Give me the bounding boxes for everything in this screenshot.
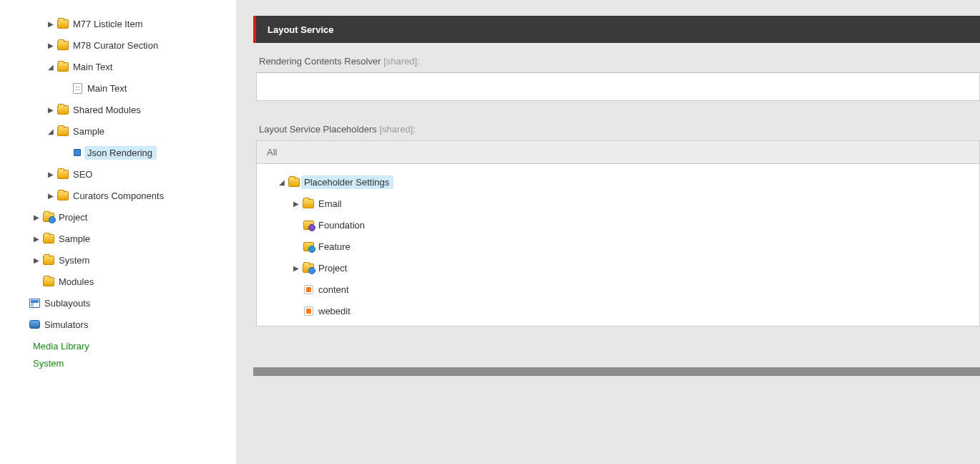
label-text: Rendering Contents Resolver bbox=[259, 56, 381, 67]
rendering-icon bbox=[70, 149, 84, 156]
tree-item-system2[interactable]: ▶ System bbox=[0, 357, 236, 372]
field-label: Layout Service Placeholders [shared]: bbox=[259, 124, 980, 135]
folder-icon bbox=[41, 256, 56, 265]
foundation-icon bbox=[301, 221, 315, 230]
ph-item-foundation[interactable]: ▶ Foundation bbox=[263, 214, 974, 236]
chevron-down-icon: ◢ bbox=[46, 127, 56, 135]
tree-label: Sample bbox=[70, 125, 109, 138]
project-folder-icon bbox=[41, 213, 56, 222]
folder-icon bbox=[56, 19, 70, 29]
tree-label: System bbox=[56, 253, 94, 267]
ph-item-feature[interactable]: ▶ Feature bbox=[263, 236, 974, 257]
placeholders-tree: ◢ Placeholder Settings ▶ Email ▶ Foundat… bbox=[256, 163, 980, 327]
folder-icon bbox=[56, 127, 70, 136]
folder-icon bbox=[287, 178, 301, 187]
ph-item-email[interactable]: ▶ Email bbox=[263, 193, 974, 214]
tree-label: Shared Modules bbox=[70, 103, 145, 117]
feature-icon bbox=[301, 242, 315, 251]
tree-label: Json Rendering bbox=[84, 146, 157, 160]
chevron-right-icon: ▶ bbox=[46, 20, 56, 28]
tree-item-m78[interactable]: ▶ M78 Curator Section bbox=[0, 34, 236, 56]
tree-item-simulators[interactable]: ▶ Simulators bbox=[0, 314, 236, 335]
tree-item-seo[interactable]: ▶ SEO bbox=[0, 163, 236, 185]
section-title: Layout Service bbox=[268, 24, 334, 35]
tree-item-system[interactable]: ▶ System bbox=[0, 249, 236, 271]
tree-label: Main Text bbox=[84, 82, 131, 95]
folder-icon bbox=[301, 199, 315, 208]
chevron-right-icon: ▶ bbox=[291, 200, 301, 208]
content-tree: ▶ M77 Listicle Item ▶ M78 Curator Sectio… bbox=[0, 0, 236, 464]
tree-item-curators[interactable]: ▶ Curators Components bbox=[0, 185, 236, 206]
chevron-right-icon: ▶ bbox=[31, 213, 41, 221]
ph-label: content bbox=[315, 283, 353, 296]
tree-item-sublayouts[interactable]: ▶ Sublayouts bbox=[0, 292, 236, 314]
tree-label: Curators Components bbox=[70, 189, 168, 203]
ph-item-project[interactable]: ▶ Project bbox=[263, 257, 974, 279]
ph-label: Feature bbox=[315, 240, 355, 253]
field-label: Rendering Contents Resolver [shared]: bbox=[259, 56, 980, 67]
tree-item-media-library[interactable]: ▶ Media Library bbox=[0, 335, 236, 357]
simulators-icon bbox=[27, 320, 41, 329]
tree-label: SEO bbox=[70, 168, 97, 181]
folder-icon bbox=[56, 41, 70, 50]
tree-label: Project bbox=[56, 211, 92, 224]
folder-icon bbox=[56, 62, 70, 72]
ph-item-content[interactable]: ▶ content bbox=[263, 279, 974, 300]
tree-item-modules[interactable]: ▶ Modules bbox=[0, 271, 236, 292]
chevron-down-icon: ◢ bbox=[277, 178, 287, 186]
tree-label: Media Library bbox=[30, 339, 94, 353]
chevron-right-icon: ▶ bbox=[46, 170, 56, 178]
shared-indicator: [shared]: bbox=[379, 124, 416, 135]
resolver-field: Rendering Contents Resolver [shared]: bbox=[253, 56, 980, 101]
resolver-input[interactable] bbox=[256, 72, 980, 101]
sublayouts-icon bbox=[27, 299, 41, 308]
ph-label: webedit bbox=[315, 304, 355, 318]
tree-label: Main Text bbox=[70, 60, 117, 74]
ph-item-placeholder-settings[interactable]: ◢ Placeholder Settings bbox=[263, 171, 974, 193]
tree-label: Simulators bbox=[41, 318, 92, 332]
placeholders-field: Layout Service Placeholders [shared]: Al… bbox=[253, 124, 980, 327]
tree-item-m77[interactable]: ▶ M77 Listicle Item bbox=[0, 13, 236, 34]
ph-item-webedit[interactable]: ▶ webedit bbox=[263, 300, 974, 322]
chevron-down-icon: ◢ bbox=[46, 63, 56, 71]
tree-item-sample2[interactable]: ▶ Sample bbox=[0, 228, 236, 249]
ph-label: Project bbox=[315, 261, 351, 275]
chevron-right-icon: ▶ bbox=[46, 42, 56, 49]
shared-indicator: [shared]: bbox=[383, 56, 420, 67]
tree-item-main-text-child[interactable]: ▶ Main Text bbox=[0, 77, 236, 99]
folder-icon bbox=[56, 105, 70, 115]
tree-label: Sample bbox=[56, 232, 94, 246]
tree-item-shared-modules[interactable]: ▶ Shared Modules bbox=[0, 99, 236, 120]
editor-panel: Layout Service Rendering Contents Resolv… bbox=[236, 0, 980, 464]
tree-label: System bbox=[30, 357, 68, 370]
tree-item-sample[interactable]: ◢ Sample bbox=[0, 120, 236, 142]
tree-item-project[interactable]: ▶ Project bbox=[0, 206, 236, 228]
all-header: All bbox=[256, 140, 980, 163]
file-icon bbox=[70, 83, 84, 94]
folder-icon bbox=[41, 234, 56, 243]
ph-label: Email bbox=[315, 197, 346, 211]
placeholder-icon bbox=[301, 285, 315, 294]
project-folder-icon bbox=[301, 264, 315, 273]
folder-icon bbox=[41, 277, 56, 286]
chevron-right-icon: ▶ bbox=[31, 235, 41, 243]
label-text: Layout Service Placeholders bbox=[259, 124, 377, 135]
tree-label: M78 Curator Section bbox=[70, 39, 162, 52]
chevron-right-icon: ▶ bbox=[46, 192, 56, 200]
chevron-right-icon: ▶ bbox=[291, 264, 301, 272]
folder-icon bbox=[56, 191, 70, 200]
tree-label: M77 Listicle Item bbox=[70, 17, 147, 31]
tree-label: Sublayouts bbox=[41, 296, 94, 310]
tree-item-main-text[interactable]: ◢ Main Text bbox=[0, 56, 236, 77]
placeholder-icon bbox=[301, 306, 315, 316]
folder-icon bbox=[56, 170, 70, 179]
ph-label: Placeholder Settings bbox=[301, 175, 393, 189]
section-header[interactable]: Layout Service bbox=[253, 16, 980, 43]
chevron-right-icon: ▶ bbox=[31, 256, 41, 264]
ph-label: Foundation bbox=[315, 218, 369, 232]
tree-label: Modules bbox=[56, 275, 98, 289]
tree-item-json-rendering[interactable]: ▶ Json Rendering bbox=[0, 142, 236, 163]
chevron-right-icon: ▶ bbox=[46, 106, 56, 114]
